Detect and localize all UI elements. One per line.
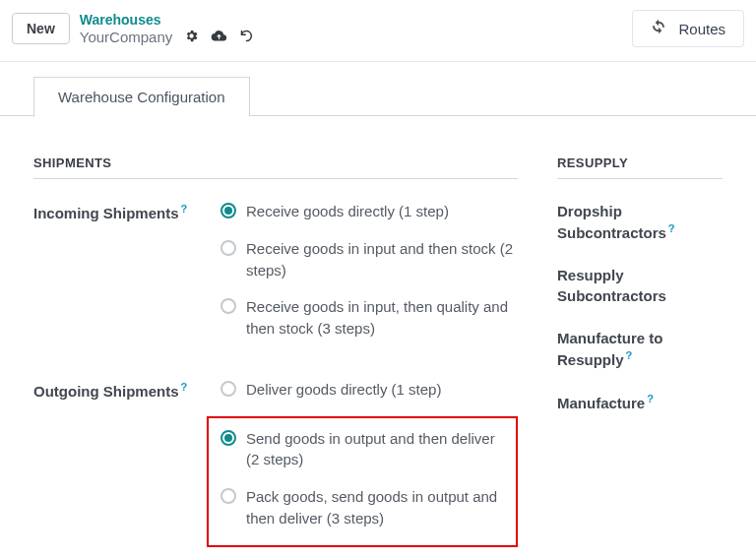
- refresh-icon: [651, 19, 666, 38]
- outgoing-opt-3steps[interactable]: Pack goods, send goods in output and the…: [220, 486, 504, 529]
- link-manufacture[interactable]: Manufacture?: [557, 392, 723, 413]
- highlight-box: Send goods in output and then deliver (2…: [207, 416, 518, 547]
- routes-label: Routes: [678, 21, 725, 37]
- outgoing-shipments-label: Outgoing Shipments?: [33, 379, 220, 547]
- radio-icon[interactable]: [220, 381, 236, 397]
- undo-icon[interactable]: [239, 29, 254, 45]
- tab-strip: Warehouse Configuration: [0, 76, 756, 116]
- new-button[interactable]: New: [12, 13, 70, 44]
- link-manufacture-to-resupply[interactable]: Manufacture to Resupply?: [557, 328, 723, 370]
- radio-icon[interactable]: [220, 240, 236, 256]
- outgoing-opt-2steps[interactable]: Send goods in output and then deliver (2…: [220, 428, 504, 471]
- topbar: New Warehouses YourCompany Routes: [0, 0, 756, 62]
- incoming-opt-2steps[interactable]: Receive goods in input and then stock (2…: [220, 238, 518, 281]
- section-resupply-title: RESUPPLY: [557, 155, 723, 179]
- radio-icon[interactable]: [220, 203, 236, 218]
- link-dropship-subcontractors[interactable]: Dropship Subcontractors?: [557, 201, 723, 243]
- cloud-upload-icon[interactable]: [211, 29, 227, 45]
- breadcrumb-parent-link[interactable]: Warehouses: [80, 12, 255, 28]
- radio-icon[interactable]: [220, 430, 236, 446]
- breadcrumb: Warehouses YourCompany: [80, 12, 255, 45]
- help-icon[interactable]: ?: [647, 393, 654, 404]
- radio-icon[interactable]: [220, 488, 236, 504]
- gear-icon[interactable]: [184, 29, 199, 45]
- tab-warehouse-configuration[interactable]: Warehouse Configuration: [33, 77, 250, 117]
- routes-button[interactable]: Routes: [632, 10, 744, 47]
- help-icon[interactable]: ?: [626, 349, 633, 361]
- incoming-opt-1step[interactable]: Receive goods directly (1 step): [220, 201, 518, 222]
- breadcrumb-company: YourCompany: [80, 29, 173, 45]
- section-shipments-title: SHIPMENTS: [33, 155, 518, 179]
- link-resupply-subcontractors[interactable]: Resupply Subcontractors: [557, 265, 723, 306]
- incoming-shipments-label: Incoming Shipments?: [33, 201, 220, 355]
- incoming-opt-3steps[interactable]: Receive goods in input, then quality and…: [220, 296, 518, 340]
- outgoing-opt-1step[interactable]: Deliver goods directly (1 step): [220, 379, 518, 401]
- radio-icon[interactable]: [220, 298, 236, 314]
- help-icon[interactable]: ?: [668, 222, 675, 234]
- help-icon[interactable]: ?: [181, 203, 188, 215]
- help-icon[interactable]: ?: [181, 381, 188, 393]
